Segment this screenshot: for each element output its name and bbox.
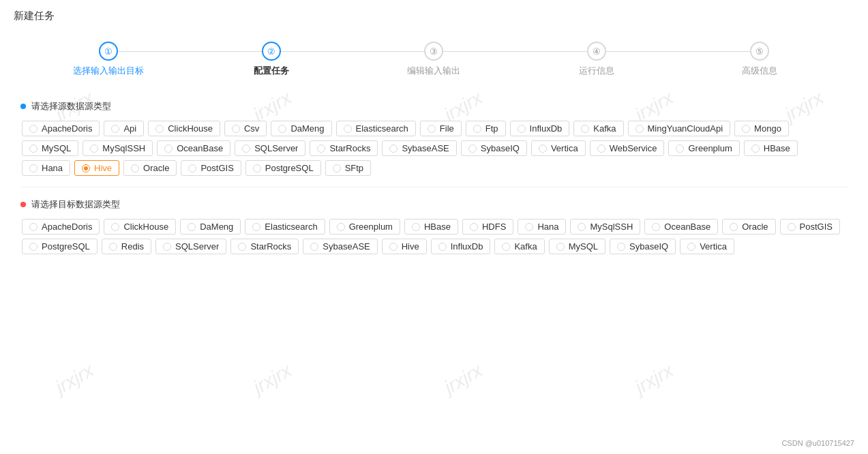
step-1-circle: ① [99,42,118,61]
source-tag-sybasease[interactable]: SybaseASE [382,140,456,156]
tag-radio-sybaseiq [468,145,477,153]
tag-label-webservice: WebService [610,143,657,153]
target-label-mysqlssh: MySqlSSH [590,222,633,232]
target-radio-vertica [687,243,695,251]
source-tag-postgresql[interactable]: PostgreSQL [245,160,321,176]
target-radio-influxdb [438,243,447,251]
tag-radio-ftp [473,125,481,133]
step-2[interactable]: ② 配置任务 [190,42,353,77]
source-tag-file[interactable]: File [420,121,462,136]
source-tag-starrocks[interactable]: StarRocks [310,140,378,156]
target-tag-starrocks[interactable]: StarRocks [230,239,299,254]
target-tag-postgis[interactable]: PostGIS [780,219,840,234]
source-tag-sybaseiq[interactable]: SybaseIQ [461,140,527,156]
source-tag-sqlserver[interactable]: SQLServer [235,140,305,156]
target-radio-kafka [502,243,510,251]
tag-label-postgresql: PostgreSQL [265,163,314,173]
target-tag-kafka[interactable]: Kafka [494,239,544,254]
source-tag-postgis[interactable]: PostGIS [181,160,241,176]
target-tag-vertica[interactable]: Vertica [680,239,734,254]
step-5-label: 高级信息 [742,65,777,77]
tag-radio-hbase [751,145,760,153]
target-tag-hdfs[interactable]: HDFS [462,219,513,234]
target-tag-postgresql[interactable]: PostgreSQL [22,239,98,254]
source-tag-mongo[interactable]: Mongo [734,121,789,136]
target-tag-influxdb[interactable]: InfluxDb [431,239,491,254]
target-radio-greenplum [337,223,345,231]
tag-label-mongo: Mongo [754,123,781,134]
source-tag-mysql[interactable]: MySQL [22,140,78,156]
target-tag-apachedoris[interactable]: ApacheDoris [22,219,100,234]
tag-label-vertica: Vertica [551,143,578,153]
target-tags-container: ApacheDorisClickHouseDaMengElasticsearch… [20,219,848,254]
source-tag-ftp[interactable]: Ftp [466,121,506,136]
tag-label-mysql: MySQL [42,143,71,153]
target-label-sqlserver: SQLServer [175,241,219,252]
target-tag-sqlserver[interactable]: SQLServer [155,239,226,254]
tag-radio-sqlserver [242,145,250,153]
source-tag-vertica[interactable]: Vertica [531,140,586,156]
source-tag-csv[interactable]: Csv [224,121,267,136]
target-tag-mysql[interactable]: MySQL [549,239,605,254]
tag-radio-mysqlssh [90,145,98,153]
tag-label-oracle: Oracle [143,163,169,173]
target-tag-mysqlssh[interactable]: MySqlSSH [570,219,640,234]
target-radio-sybaseiq [617,243,625,251]
target-label-hbase: HBase [424,222,451,232]
source-tag-influxdb[interactable]: InfluxDb [510,121,570,136]
tag-label-clickhouse: ClickHouse [168,123,213,134]
tag-radio-hana [29,164,38,172]
page-title: 新建任务 [0,0,868,29]
tag-label-ftp: Ftp [485,123,498,134]
source-tag-sftp[interactable]: SFtp [325,160,371,176]
target-tag-sybasease[interactable]: SybaseASE [303,239,377,254]
tag-radio-postgresql [253,164,261,172]
step-5[interactable]: ⑤ 高级信息 [678,42,841,77]
source-tag-hive[interactable]: Hive [74,160,119,176]
source-tag-api[interactable]: Api [104,121,144,136]
target-radio-postgis [788,223,796,231]
source-tag-apachedoris[interactable]: ApacheDoris [22,121,100,136]
tag-label-sftp: SFtp [345,163,363,173]
source-tag-greenplum[interactable]: Greenplum [668,140,739,156]
source-tag-elasticsearch[interactable]: Elasticsearch [336,121,416,136]
source-tag-mysqlssh[interactable]: MySqlSSH [83,140,153,156]
source-dot [20,104,26,109]
step-4[interactable]: ④ 运行信息 [515,42,678,77]
target-tag-dameng[interactable]: DaMeng [180,219,241,234]
step-1[interactable]: ① 选择输入输出目标 [27,42,190,77]
source-tag-clickhouse[interactable]: ClickHouse [148,121,220,136]
source-tag-oceanbase[interactable]: OceanBase [157,140,230,156]
tag-radio-mysql [29,145,38,153]
target-tag-clickhouse[interactable]: ClickHouse [104,219,176,234]
target-tag-greenplum[interactable]: Greenplum [329,219,400,234]
target-tag-oracle[interactable]: Oracle [722,219,775,234]
step-2-label: 配置任务 [254,65,289,77]
target-label-postgis: PostGIS [800,222,833,232]
target-radio-sybasease [310,243,318,251]
tag-radio-hive [82,164,90,172]
target-tag-hbase[interactable]: HBase [404,219,458,234]
target-label-vertica: Vertica [700,241,727,252]
tag-radio-api [111,125,119,133]
source-tag-webservice[interactable]: WebService [590,140,665,156]
target-tag-hive[interactable]: Hive [382,239,427,254]
tag-label-sybasease: SybaseASE [402,143,449,153]
tag-label-apachedoris: ApacheDoris [42,123,92,134]
target-tag-hana[interactable]: Hana [518,219,566,234]
source-tag-mingyuancloudapi[interactable]: MingYuanCloudApi [628,121,731,136]
tag-radio-csv [232,125,240,133]
source-tag-oracle[interactable]: Oracle [123,160,177,176]
target-tag-redis[interactable]: Redis [102,239,151,254]
source-tag-kafka[interactable]: Kafka [573,121,623,136]
tag-radio-mingyuancloudapi [635,125,644,133]
source-tag-hana[interactable]: Hana [22,160,70,176]
source-tags-container: ApacheDorisApiClickHouseCsvDaMengElastic… [20,121,848,176]
target-tag-sybaseiq[interactable]: SybaseIQ [610,239,676,254]
target-tag-oceanbase[interactable]: OceanBase [644,219,718,234]
target-tag-elasticsearch[interactable]: Elasticsearch [245,219,325,234]
source-tag-hbase[interactable]: HBase [744,140,798,156]
source-label: 请选择源数据源类型 [31,100,111,112]
step-3[interactable]: ③ 编辑输入输出 [353,42,515,77]
source-tag-dameng[interactable]: DaMeng [271,121,331,136]
